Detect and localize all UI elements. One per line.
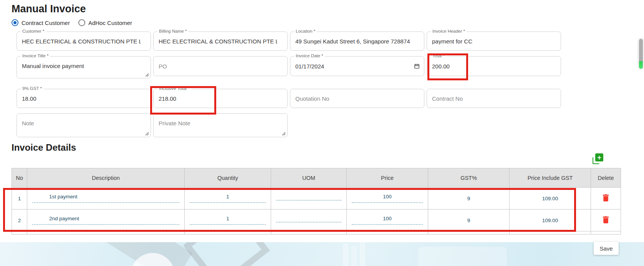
calendar-icon[interactable] <box>414 63 420 69</box>
col-header-gst: GST% <box>428 168 510 188</box>
inclusive-total-field-label: Inclusive Total * <box>157 86 191 91</box>
table-row: 2 2nd payment 1 100 9 109.00 <box>12 209 621 231</box>
uom-input[interactable] <box>276 217 341 223</box>
col-header-price: Price <box>347 168 428 188</box>
invoice-header-field-label: Invoice Header * <box>431 29 467 33</box>
radio-label-contract: Contract Customer <box>22 20 70 26</box>
total-field-value: 200.00 <box>432 63 551 70</box>
po-field-placeholder: PO <box>159 63 277 70</box>
delete-row-button[interactable] <box>601 214 611 225</box>
watermark-shape <box>343 244 348 266</box>
invoice-title-field-label: Invoice Title * <box>21 53 50 58</box>
invoice-title-field[interactable]: Invoice Title * Manual invoice payment <box>17 56 151 78</box>
watermark-tablet-icon <box>183 242 270 266</box>
quantity-input[interactable]: 1 <box>190 216 266 225</box>
customer-field-value: HEC ELECTRICAL & CONSTRUCTION PTE LTD <box>22 38 141 45</box>
inclusive-total-field-value: 218.00 <box>159 95 277 102</box>
watermark-shape <box>360 242 365 266</box>
price-include-gst-value: 109.00 <box>542 196 558 201</box>
invoice-date-field-value: 01/17/2024 <box>295 63 414 70</box>
col-header-no: No <box>12 168 27 188</box>
resize-handle-icon[interactable] <box>281 131 286 136</box>
trash-icon <box>601 214 611 225</box>
description-input[interactable]: 1st payment <box>32 194 179 203</box>
quotation-no-field-placeholder: Quotation No <box>295 95 414 102</box>
radio-contract-customer[interactable]: Contract Customer <box>12 19 70 26</box>
add-row-icon: + <box>595 153 603 161</box>
invoice-date-field-label: Invoice Date * <box>294 53 325 58</box>
scrollbar-thumb[interactable] <box>639 39 643 69</box>
manual-invoice-page: Manual Invoice Contract Customer AdHoc C… <box>0 0 644 266</box>
radio-unselected-icon[interactable] <box>78 19 85 26</box>
row-no: 2 <box>18 218 21 223</box>
add-row-button[interactable]: + <box>593 153 603 164</box>
footer-background <box>0 242 644 266</box>
description-input[interactable]: 2nd payment <box>32 216 179 225</box>
table-row: 1 1st payment 1 100 9 109.00 <box>12 188 621 209</box>
billing-name-field[interactable]: Billing Name * HEC ELECTRICAL & CONSTRUC… <box>153 32 288 51</box>
private-note-field-placeholder: Private Note <box>159 120 277 126</box>
quotation-no-field[interactable]: Quotation No <box>290 89 424 108</box>
quantity-input[interactable]: 1 <box>190 194 266 203</box>
radio-label-adhoc: AdHoc Customer <box>88 20 132 26</box>
customer-field-label: Customer * <box>21 29 46 33</box>
col-header-delete: Delete <box>591 168 621 188</box>
resize-handle-icon[interactable] <box>145 131 149 136</box>
trash-icon <box>601 193 611 203</box>
billing-name-field-value: HEC ELECTRICAL & CONSTRUCTION PTE LTD <box>159 38 277 45</box>
gst-field[interactable]: 9% GST * 18.00 <box>17 89 151 108</box>
delete-row-button[interactable] <box>601 193 611 203</box>
customer-type-radio-group: Contract Customer AdHoc Customer <box>12 19 132 26</box>
note-field-placeholder: Note <box>22 120 141 126</box>
gst-value: 9 <box>467 218 470 223</box>
col-header-price-include-gst: Price Include GST <box>510 168 591 188</box>
gst-field-value: 18.00 <box>22 95 141 102</box>
invoice-header-field-value: payment for CC <box>432 38 551 45</box>
scrollbar-thumb-tip <box>639 61 643 69</box>
contract-no-field[interactable]: Contract No <box>427 89 561 108</box>
note-field[interactable]: Note <box>17 113 151 137</box>
inclusive-total-field[interactable]: Inclusive Total * 218.00 <box>153 89 288 108</box>
customer-field[interactable]: Customer * HEC ELECTRICAL & CONSTRUCTION… <box>17 32 151 51</box>
table-row-clipped <box>12 231 621 234</box>
contract-no-field-placeholder: Contract No <box>432 95 551 102</box>
private-note-field[interactable]: Private Note <box>153 113 288 137</box>
radio-adhoc-customer[interactable]: AdHoc Customer <box>78 19 132 26</box>
page-title: Manual Invoice <box>12 3 86 15</box>
uom-input[interactable] <box>276 195 341 201</box>
watermark-shape <box>419 247 507 266</box>
invoice-header-field[interactable]: Invoice Header * payment for CC <box>427 32 561 51</box>
invoice-title-field-value: Manual invoice payment <box>22 63 141 69</box>
price-input[interactable]: 100 <box>352 216 423 225</box>
invoice-details-table: No Description Quantity UOM Price GST% P… <box>12 168 621 234</box>
watermark-shape <box>351 246 357 266</box>
col-header-description: Description <box>27 168 185 188</box>
location-field[interactable]: Location * 49 Sungei Kadut Street 6, Sin… <box>290 32 424 51</box>
radio-selected-icon[interactable] <box>12 19 18 26</box>
col-header-quantity: Quantity <box>185 168 271 188</box>
total-field[interactable]: Total * 200.00 <box>427 56 561 76</box>
po-field[interactable]: PO <box>153 56 288 76</box>
row-no: 1 <box>18 196 21 201</box>
save-button[interactable]: Save <box>594 242 619 255</box>
resize-handle-icon[interactable] <box>145 73 149 77</box>
invoice-details-title: Invoice Details <box>12 142 76 153</box>
gst-value: 9 <box>467 196 470 201</box>
total-field-label: Total * <box>431 53 446 58</box>
price-input[interactable]: 100 <box>352 194 423 203</box>
table-header-row: No Description Quantity UOM Price GST% P… <box>12 168 621 188</box>
billing-name-field-label: Billing Name * <box>157 29 188 33</box>
invoice-date-field[interactable]: Invoice Date * 01/17/2024 <box>290 56 424 76</box>
location-field-label: Location * <box>294 29 317 33</box>
price-include-gst-value: 109.00 <box>542 218 558 223</box>
col-header-uom: UOM <box>271 168 347 188</box>
location-field-value: 49 Sungei Kadut Street 6, Singapore 7288… <box>295 38 414 45</box>
gst-field-label: 9% GST * <box>21 86 43 91</box>
